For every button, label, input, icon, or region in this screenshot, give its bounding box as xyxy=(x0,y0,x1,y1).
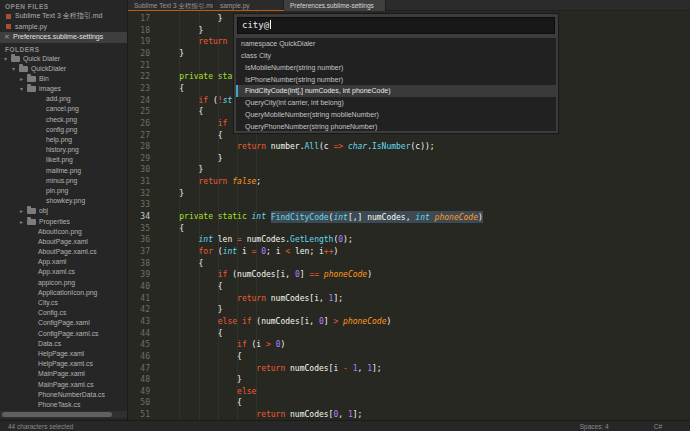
open-file-label: Preferences.sublime-settings xyxy=(13,32,103,43)
code-token: FindCityCode xyxy=(271,212,329,221)
code-line[interactable]: 45 if (i > 0) xyxy=(128,339,690,351)
tree-file-item[interactable]: AboutIcon.png xyxy=(0,227,127,237)
tree-file-item[interactable]: add.png xyxy=(0,94,127,104)
open-file-item[interactable]: Sublime Text 3 全程指引.md xyxy=(0,11,127,22)
syntax-selector[interactable]: C# xyxy=(654,423,662,430)
indent-spaces-setting[interactable]: Spaces: 4 xyxy=(580,423,609,430)
code-line[interactable]: 28 return number.All(c => char.IsNumber(… xyxy=(128,141,690,153)
code-text: { xyxy=(160,329,223,338)
tree-file-item[interactable]: App.xaml xyxy=(0,257,127,267)
open-file-item[interactable]: sample.py xyxy=(0,22,127,33)
tree-file-item[interactable]: check.png xyxy=(0,115,127,125)
tree-folder-item[interactable]: ▾QuickDialer xyxy=(0,64,127,74)
code-token: return xyxy=(256,410,285,419)
open-file-item[interactable]: ✕Preferences.sublime-settings xyxy=(0,32,127,43)
tree-file-item[interactable]: appicon.png xyxy=(0,278,127,288)
tree-file-item[interactable]: HelpPage.xaml xyxy=(0,349,127,359)
tree-file-item[interactable]: Data.cs xyxy=(0,339,127,349)
symbol-search-input[interactable]: city@ xyxy=(237,17,555,34)
tree-file-item[interactable]: AboutPage.xaml xyxy=(0,237,127,247)
code-line[interactable]: 42 } xyxy=(128,304,690,316)
code-line[interactable]: 50 { xyxy=(128,397,690,409)
code-text: { xyxy=(160,131,223,140)
chevron-right-icon[interactable]: ▸ xyxy=(20,206,26,216)
tree-file-item[interactable]: minus.png xyxy=(0,176,127,186)
code-line[interactable]: 43 else if (numCodes[i, 0] > phoneCode) xyxy=(128,316,690,328)
tree-folder-item[interactable]: ▾images xyxy=(0,84,127,94)
chevron-down-icon[interactable]: ▾ xyxy=(4,54,10,64)
chevron-down-icon[interactable]: ▾ xyxy=(20,84,26,94)
code-token: } xyxy=(160,26,203,35)
chevron-down-icon[interactable]: ▾ xyxy=(12,64,18,74)
code-line[interactable]: 39 if (numCodes[i, 0] == phoneCode) xyxy=(128,269,690,281)
symbol-item[interactable]: QueryPhoneNumber(string phoneNumber) xyxy=(236,121,556,131)
tree-folder-item[interactable]: ▸Properties xyxy=(0,217,127,227)
code-token xyxy=(160,72,179,81)
tree-file-item[interactable]: ConfigPage.xaml xyxy=(0,318,127,328)
symbol-item[interactable]: class City xyxy=(236,50,556,62)
tree-file-item[interactable]: ApplicationIcon.png xyxy=(0,288,127,298)
tree-file-item[interactable]: pin.png xyxy=(0,186,127,196)
code-token: , xyxy=(338,410,348,419)
tree-folder-item[interactable]: ▾Quick Dialer xyxy=(0,54,127,64)
close-file-icon[interactable]: ✕ xyxy=(4,32,13,43)
code-token: == xyxy=(309,270,319,279)
code-line[interactable]: 30 } xyxy=(128,164,690,176)
code-token: , xyxy=(358,364,368,373)
tree-file-item[interactable]: mailme.png xyxy=(0,166,127,176)
code-line[interactable]: 29 } xyxy=(128,153,690,165)
tree-file-item[interactable]: history.png xyxy=(0,145,127,155)
tree-file-item[interactable]: HelpPage.xaml.cs xyxy=(0,359,127,369)
tree-file-item[interactable]: showkey.png xyxy=(0,196,127,206)
code-line[interactable]: 48 } xyxy=(128,374,690,386)
chevron-right-icon[interactable]: ▸ xyxy=(20,74,26,84)
tree-file-item[interactable]: MainPage.xaml xyxy=(0,369,127,379)
sidebar-hscrollbar-track[interactable] xyxy=(0,411,127,418)
tree-file-item[interactable]: likeit.png xyxy=(0,155,127,165)
tree-folder-item[interactable]: ▸Bin xyxy=(0,74,127,84)
code-line[interactable]: 51 return numCodes[0, 1]; xyxy=(128,409,690,420)
line-number: 48 xyxy=(128,374,150,386)
tree-file-item[interactable]: ConfigPage.xaml.cs xyxy=(0,329,127,339)
code-line[interactable]: 38 { xyxy=(128,258,690,270)
code-token: } xyxy=(160,375,242,384)
symbol-item[interactable]: namespace QuickDialer xyxy=(236,38,556,50)
code-line[interactable]: 40 { xyxy=(128,281,690,293)
code-line[interactable]: 44 { xyxy=(128,328,690,340)
line-number: 41 xyxy=(128,293,150,305)
tree-file-item[interactable]: config.png xyxy=(0,125,127,135)
tree-file-item[interactable]: Config.cs xyxy=(0,308,127,318)
code-line[interactable]: 31 return false; xyxy=(128,176,690,188)
symbol-item[interactable]: FindCityCode(int[,] numCodes, int phoneC… xyxy=(236,85,556,97)
code-line[interactable]: 34 private static int FindCityCode(int[,… xyxy=(128,211,690,223)
sidebar-hscrollbar-thumb[interactable] xyxy=(2,412,112,417)
code-line[interactable]: 35 { xyxy=(128,223,690,235)
code-text: { xyxy=(160,84,184,93)
line-number: 17 xyxy=(128,13,150,25)
symbol-item[interactable]: IsMobileNumber(string number) xyxy=(236,62,556,74)
symbol-item[interactable]: IsPhoneNumber(string number) xyxy=(236,74,556,86)
tree-file-item[interactable]: AboutPage.xaml.cs xyxy=(0,247,127,257)
code-line[interactable]: 33 xyxy=(128,199,690,211)
tree-file-item[interactable]: MainPage.xaml.cs xyxy=(0,380,127,390)
tree-file-item[interactable]: help.png xyxy=(0,135,127,145)
code-editor[interactable]: 17 }18 }19 return false;20 }2122 private… xyxy=(128,11,690,420)
code-line[interactable]: 46 { xyxy=(128,351,690,363)
tree-file-item[interactable]: cancel.png xyxy=(0,104,127,114)
tree-folder-item[interactable]: ▸obj xyxy=(0,206,127,216)
tree-file-item[interactable]: PhoneNumberData.cs xyxy=(0,390,127,400)
symbol-item[interactable]: QueryMobileNumber(string mobileNumber) xyxy=(236,109,556,121)
tree-file-item[interactable]: App.xaml.cs xyxy=(0,267,127,277)
code-line[interactable]: 47 return numCodes[i - 1, 1]; xyxy=(128,363,690,375)
code-line[interactable]: 49 else xyxy=(128,386,690,398)
tab-active[interactable]: Preferences.sublime-settings xyxy=(284,0,386,11)
code-line[interactable]: 36 int len = numCodes.GetLength(0); xyxy=(128,234,690,246)
code-line[interactable]: 41 return numCodes[i, 1]; xyxy=(128,293,690,305)
code-token xyxy=(160,247,199,256)
code-line[interactable]: 32 } xyxy=(128,188,690,200)
symbol-item[interactable]: QueryCity(int carrier, int belong) xyxy=(236,97,556,109)
chevron-right-icon[interactable]: ▸ xyxy=(20,217,26,227)
tree-file-item[interactable]: PhoneTask.cs xyxy=(0,400,127,410)
tree-file-item[interactable]: City.cs xyxy=(0,298,127,308)
code-line[interactable]: 37 for (int i = 0; i < len; i++) xyxy=(128,246,690,258)
